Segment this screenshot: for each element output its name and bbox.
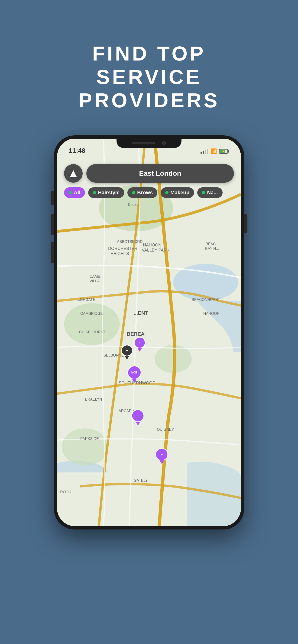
chip-label-brows: Brows [137,190,153,196]
chip-label-hairstyle: Hairstyle [98,190,120,196]
chip-dot-brows [132,191,135,194]
map-pin-2[interactable]: ● [134,337,146,352]
chip-label-all: All [74,190,80,196]
phone-screen: DORCHESTER HEIGHTS NAHOON VALLEY PARK CA… [57,139,241,526]
svg-text:ABBOTSFORD: ABBOTSFORD [117,240,143,244]
phone-volume-up-button [51,214,54,235]
svg-text:Ducats: Ducats [128,202,139,206]
status-icons: 📶 ⚡ [200,148,229,154]
chip-label-nails: Na... [207,190,218,196]
filter-chip-nails[interactable]: Na... [197,187,222,198]
svg-text:VALLEY PARK: VALLEY PARK [142,248,169,252]
svg-point-4 [62,428,108,466]
svg-text:BEREA: BEREA [127,331,145,337]
svg-text:BEACONHURST: BEACONHURST [192,298,220,302]
hero-line-1: FIND TOP [92,42,206,65]
svg-text:BAY N...: BAY N... [205,247,219,250]
compass-arrow-icon [70,170,77,177]
hero-title: FIND TOP SERVICE PROVIDERS [79,42,219,112]
wifi-icon: 📶 [210,148,217,154]
svg-point-3 [64,303,120,345]
filter-chip-all[interactable]: All [64,187,85,198]
svg-text:HEIGHTS: HEIGHTS [111,251,129,256]
svg-text:VILLA: VILLA [90,279,100,283]
svg-text:CHISELHURST: CHISELHURST [79,330,105,334]
location-bar: East London [64,164,234,183]
chip-label-makeup: Makeup [170,190,189,196]
svg-text:NAHOON: NAHOON [143,243,161,247]
filter-chip-makeup[interactable]: Makeup [161,187,194,198]
svg-text:QUIGNEY: QUIGNEY [157,428,174,432]
battery-icon: ⚡ [219,149,229,154]
svg-text:CAMBRIDGE: CAMBRIDGE [80,312,103,316]
svg-text:...GHGATE: ...GHGATE [77,298,95,302]
svg-text:PARKSIDE: PARKSIDE [80,437,99,441]
location-label: East London [139,170,181,177]
svg-text:CAMB...: CAMB... [90,274,104,278]
svg-text:...ENT: ...ENT [134,310,148,316]
svg-text:BEAC: BEAC [206,242,216,246]
svg-text:GATELY: GATELY [134,478,148,482]
hero-line-2: SERVICE [96,65,202,88]
phone-mute-button [51,191,54,205]
status-bar: 11:48 📶 ⚡ [57,139,241,157]
svg-text:DORCHESTER: DORCHESTER [108,246,137,251]
map-pin-1[interactable]: ●● [121,345,133,360]
filter-chip-brows[interactable]: Brows [127,187,157,198]
phone-volume-down-button [51,242,54,263]
map-pin-3[interactable]: NCB [127,366,141,383]
phone-power-button [244,214,247,233]
map-pin-4[interactable]: ● [132,410,144,426]
status-time: 11:48 [69,147,85,154]
svg-text:BRAELYN: BRAELYN [85,397,102,401]
svg-text:...ROOK: ...ROOK [57,490,71,494]
svg-text:SELBORNE: SELBORNE [104,353,124,357]
chip-dot-all [69,191,72,194]
compass-button[interactable] [64,164,83,183]
map-pin-5[interactable]: ★ [155,448,168,464]
chip-dot-makeup [165,191,168,194]
chip-dot-nails [202,191,205,194]
chip-dot-hairstyle [93,191,96,194]
phone-mockup: DORCHESTER HEIGHTS NAHOON VALLEY PARK CA… [54,136,244,530]
svg-text:NAHOON: NAHOON [203,312,219,316]
phone-frame: DORCHESTER HEIGHTS NAHOON VALLEY PARK CA… [54,136,244,530]
signal-icon [200,149,208,154]
filter-chips: All Hairstyle Brows Makeup [64,187,234,198]
map-ui-overlay: East London All Hairstyle Brows [57,160,241,202]
location-pill[interactable]: East London [86,164,234,183]
hero-line-3: PROVIDERS [79,89,219,112]
filter-chip-hairstyle[interactable]: Hairstyle [88,187,124,198]
